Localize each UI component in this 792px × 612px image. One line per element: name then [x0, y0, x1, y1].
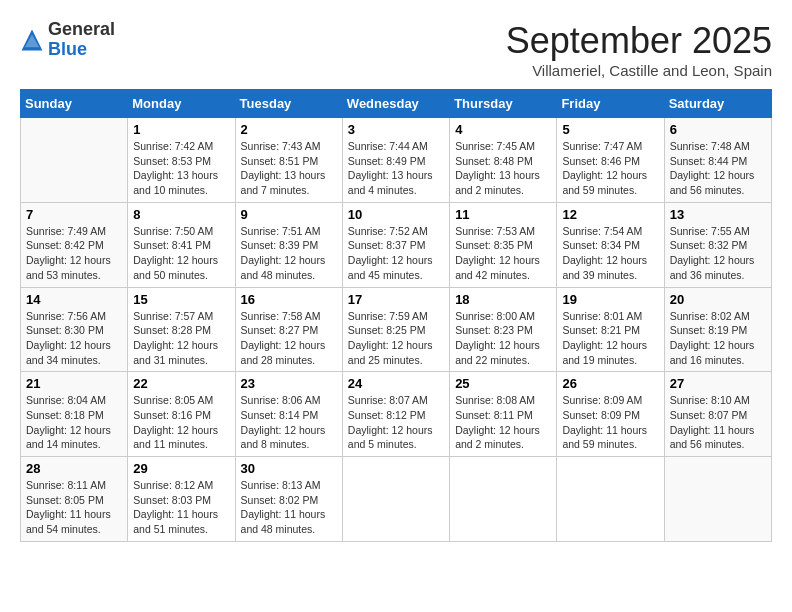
day-header-tuesday: Tuesday	[235, 90, 342, 118]
day-number: 21	[26, 376, 122, 391]
calendar-cell: 20Sunrise: 8:02 AM Sunset: 8:19 PM Dayli…	[664, 287, 771, 372]
day-info: Sunrise: 7:48 AM Sunset: 8:44 PM Dayligh…	[670, 139, 766, 198]
calendar-cell: 7Sunrise: 7:49 AM Sunset: 8:42 PM Daylig…	[21, 202, 128, 287]
day-info: Sunrise: 8:02 AM Sunset: 8:19 PM Dayligh…	[670, 309, 766, 368]
calendar-cell: 29Sunrise: 8:12 AM Sunset: 8:03 PM Dayli…	[128, 457, 235, 542]
day-number: 6	[670, 122, 766, 137]
day-info: Sunrise: 7:45 AM Sunset: 8:48 PM Dayligh…	[455, 139, 551, 198]
day-info: Sunrise: 8:01 AM Sunset: 8:21 PM Dayligh…	[562, 309, 658, 368]
day-info: Sunrise: 8:10 AM Sunset: 8:07 PM Dayligh…	[670, 393, 766, 452]
day-info: Sunrise: 7:52 AM Sunset: 8:37 PM Dayligh…	[348, 224, 444, 283]
day-number: 18	[455, 292, 551, 307]
calendar-cell: 21Sunrise: 8:04 AM Sunset: 8:18 PM Dayli…	[21, 372, 128, 457]
logo: General Blue	[20, 20, 115, 60]
title-block: September 2025 Villameriel, Castille and…	[506, 20, 772, 79]
day-number: 22	[133, 376, 229, 391]
day-header-wednesday: Wednesday	[342, 90, 449, 118]
day-header-thursday: Thursday	[450, 90, 557, 118]
calendar-cell: 24Sunrise: 8:07 AM Sunset: 8:12 PM Dayli…	[342, 372, 449, 457]
calendar-cell: 30Sunrise: 8:13 AM Sunset: 8:02 PM Dayli…	[235, 457, 342, 542]
day-number: 27	[670, 376, 766, 391]
calendar-cell: 9Sunrise: 7:51 AM Sunset: 8:39 PM Daylig…	[235, 202, 342, 287]
calendar-cell: 27Sunrise: 8:10 AM Sunset: 8:07 PM Dayli…	[664, 372, 771, 457]
day-info: Sunrise: 8:11 AM Sunset: 8:05 PM Dayligh…	[26, 478, 122, 537]
day-info: Sunrise: 7:58 AM Sunset: 8:27 PM Dayligh…	[241, 309, 337, 368]
day-number: 13	[670, 207, 766, 222]
week-row-4: 28Sunrise: 8:11 AM Sunset: 8:05 PM Dayli…	[21, 457, 772, 542]
day-info: Sunrise: 8:07 AM Sunset: 8:12 PM Dayligh…	[348, 393, 444, 452]
week-row-0: 1Sunrise: 7:42 AM Sunset: 8:53 PM Daylig…	[21, 118, 772, 203]
day-info: Sunrise: 8:09 AM Sunset: 8:09 PM Dayligh…	[562, 393, 658, 452]
calendar-cell	[557, 457, 664, 542]
day-number: 7	[26, 207, 122, 222]
calendar-cell: 22Sunrise: 8:05 AM Sunset: 8:16 PM Dayli…	[128, 372, 235, 457]
day-info: Sunrise: 8:08 AM Sunset: 8:11 PM Dayligh…	[455, 393, 551, 452]
day-info: Sunrise: 7:54 AM Sunset: 8:34 PM Dayligh…	[562, 224, 658, 283]
day-number: 23	[241, 376, 337, 391]
day-number: 12	[562, 207, 658, 222]
calendar-cell: 8Sunrise: 7:50 AM Sunset: 8:41 PM Daylig…	[128, 202, 235, 287]
calendar-cell: 23Sunrise: 8:06 AM Sunset: 8:14 PM Dayli…	[235, 372, 342, 457]
day-info: Sunrise: 7:51 AM Sunset: 8:39 PM Dayligh…	[241, 224, 337, 283]
day-info: Sunrise: 8:12 AM Sunset: 8:03 PM Dayligh…	[133, 478, 229, 537]
day-info: Sunrise: 7:55 AM Sunset: 8:32 PM Dayligh…	[670, 224, 766, 283]
week-row-3: 21Sunrise: 8:04 AM Sunset: 8:18 PM Dayli…	[21, 372, 772, 457]
calendar-cell: 10Sunrise: 7:52 AM Sunset: 8:37 PM Dayli…	[342, 202, 449, 287]
day-number: 17	[348, 292, 444, 307]
day-info: Sunrise: 8:04 AM Sunset: 8:18 PM Dayligh…	[26, 393, 122, 452]
day-info: Sunrise: 7:43 AM Sunset: 8:51 PM Dayligh…	[241, 139, 337, 198]
day-info: Sunrise: 7:47 AM Sunset: 8:46 PM Dayligh…	[562, 139, 658, 198]
week-row-1: 7Sunrise: 7:49 AM Sunset: 8:42 PM Daylig…	[21, 202, 772, 287]
day-number: 24	[348, 376, 444, 391]
logo-general-text: General	[48, 19, 115, 39]
calendar-cell	[664, 457, 771, 542]
calendar-cell: 19Sunrise: 8:01 AM Sunset: 8:21 PM Dayli…	[557, 287, 664, 372]
day-number: 10	[348, 207, 444, 222]
logo-blue-text: Blue	[48, 39, 87, 59]
day-number: 20	[670, 292, 766, 307]
calendar-cell: 11Sunrise: 7:53 AM Sunset: 8:35 PM Dayli…	[450, 202, 557, 287]
week-row-2: 14Sunrise: 7:56 AM Sunset: 8:30 PM Dayli…	[21, 287, 772, 372]
day-info: Sunrise: 8:00 AM Sunset: 8:23 PM Dayligh…	[455, 309, 551, 368]
calendar-cell: 25Sunrise: 8:08 AM Sunset: 8:11 PM Dayli…	[450, 372, 557, 457]
calendar-cell	[450, 457, 557, 542]
day-number: 3	[348, 122, 444, 137]
day-info: Sunrise: 8:13 AM Sunset: 8:02 PM Dayligh…	[241, 478, 337, 537]
day-info: Sunrise: 7:49 AM Sunset: 8:42 PM Dayligh…	[26, 224, 122, 283]
day-info: Sunrise: 7:50 AM Sunset: 8:41 PM Dayligh…	[133, 224, 229, 283]
day-info: Sunrise: 7:57 AM Sunset: 8:28 PM Dayligh…	[133, 309, 229, 368]
calendar-cell: 12Sunrise: 7:54 AM Sunset: 8:34 PM Dayli…	[557, 202, 664, 287]
day-number: 15	[133, 292, 229, 307]
day-info: Sunrise: 7:44 AM Sunset: 8:49 PM Dayligh…	[348, 139, 444, 198]
day-number: 11	[455, 207, 551, 222]
day-number: 2	[241, 122, 337, 137]
day-number: 9	[241, 207, 337, 222]
page-header: General Blue September 2025 Villameriel,…	[20, 20, 772, 79]
day-header-saturday: Saturday	[664, 90, 771, 118]
calendar-cell	[342, 457, 449, 542]
logo-icon	[20, 28, 44, 52]
day-number: 5	[562, 122, 658, 137]
calendar-cell: 14Sunrise: 7:56 AM Sunset: 8:30 PM Dayli…	[21, 287, 128, 372]
calendar-cell: 26Sunrise: 8:09 AM Sunset: 8:09 PM Dayli…	[557, 372, 664, 457]
day-info: Sunrise: 7:59 AM Sunset: 8:25 PM Dayligh…	[348, 309, 444, 368]
day-number: 1	[133, 122, 229, 137]
day-header-sunday: Sunday	[21, 90, 128, 118]
day-number: 29	[133, 461, 229, 476]
calendar-cell: 5Sunrise: 7:47 AM Sunset: 8:46 PM Daylig…	[557, 118, 664, 203]
calendar-cell: 13Sunrise: 7:55 AM Sunset: 8:32 PM Dayli…	[664, 202, 771, 287]
day-info: Sunrise: 8:06 AM Sunset: 8:14 PM Dayligh…	[241, 393, 337, 452]
day-number: 28	[26, 461, 122, 476]
calendar-cell: 3Sunrise: 7:44 AM Sunset: 8:49 PM Daylig…	[342, 118, 449, 203]
calendar-cell: 6Sunrise: 7:48 AM Sunset: 8:44 PM Daylig…	[664, 118, 771, 203]
calendar-cell: 16Sunrise: 7:58 AM Sunset: 8:27 PM Dayli…	[235, 287, 342, 372]
month-title: September 2025	[506, 20, 772, 62]
day-number: 4	[455, 122, 551, 137]
calendar-cell: 1Sunrise: 7:42 AM Sunset: 8:53 PM Daylig…	[128, 118, 235, 203]
day-info: Sunrise: 8:05 AM Sunset: 8:16 PM Dayligh…	[133, 393, 229, 452]
calendar-cell: 18Sunrise: 8:00 AM Sunset: 8:23 PM Dayli…	[450, 287, 557, 372]
day-header-monday: Monday	[128, 90, 235, 118]
day-number: 8	[133, 207, 229, 222]
day-number: 25	[455, 376, 551, 391]
calendar-table: SundayMondayTuesdayWednesdayThursdayFrid…	[20, 89, 772, 542]
